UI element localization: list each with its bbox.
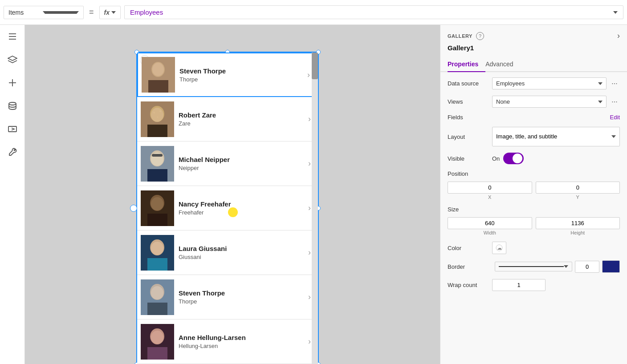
size-height-input[interactable] xyxy=(536,217,620,229)
gallery-item[interactable]: Robert Zare Zare › xyxy=(137,97,318,142)
sidebar-media-icon[interactable] xyxy=(5,122,20,136)
formula-bar[interactable]: Employees xyxy=(124,5,623,19)
data-source-more-button[interactable]: ··· xyxy=(609,78,620,89)
prop-layout: Layout Image, title, and subtitle xyxy=(448,127,620,146)
gallery-item-name: Anne Hellung-Larsen xyxy=(179,334,304,341)
main-area: ✏ Steven Thorpe Thorpe xyxy=(0,25,627,364)
gallery-item[interactable]: Laura Giussani Giussani › xyxy=(137,231,318,275)
photo-michael xyxy=(141,146,174,182)
items-dropdown[interactable]: Items xyxy=(4,6,84,19)
fields-label: Fields xyxy=(448,114,492,121)
gallery-item-subtitle: Zare xyxy=(179,120,304,127)
tab-properties[interactable]: Properties xyxy=(448,57,485,72)
fx-button[interactable]: fx xyxy=(99,6,121,19)
prop-wrap-count: Wrap count xyxy=(448,279,620,291)
scroll-track[interactable] xyxy=(312,53,318,364)
svg-point-39 xyxy=(151,286,163,299)
pos-x-group: X xyxy=(448,182,532,200)
layout-dropdown[interactable]: Image, title, and subtitle xyxy=(492,127,620,146)
wrap-count-input[interactable] xyxy=(492,279,546,291)
wrap-count-label: Wrap count xyxy=(448,282,492,288)
layout-label: Layout xyxy=(448,133,492,140)
left-sidebar xyxy=(0,25,25,364)
gallery-item[interactable]: ✏ Steven Thorpe Thorpe xyxy=(137,53,318,97)
gallery-item-name: Steven Thorpe xyxy=(179,289,304,297)
data-source-dropdown[interactable]: Employees xyxy=(492,77,607,89)
equals-sign: = xyxy=(87,8,96,17)
handle-mid-left[interactable] xyxy=(130,205,137,212)
scroll-thumb[interactable] xyxy=(312,53,318,79)
gallery-item-name: Nancy Freehafer xyxy=(179,200,304,208)
svg-rect-24 xyxy=(152,154,163,157)
panel-help-icon[interactable]: ? xyxy=(476,32,484,40)
svg-rect-17 xyxy=(147,125,167,137)
size-h-label: Height xyxy=(536,230,620,235)
svg-point-20 xyxy=(157,116,159,117)
prop-visible: Visible On xyxy=(448,153,620,164)
svg-point-10 xyxy=(152,63,164,76)
gallery-item[interactable]: Anne Hellung-Larsen Hellung-Larsen › xyxy=(137,320,318,364)
layout-chevron-icon xyxy=(611,135,616,138)
size-label: Size xyxy=(448,206,620,213)
svg-point-15 xyxy=(151,108,163,122)
top-bar: Items = fx Employees xyxy=(0,0,627,25)
views-label: Views xyxy=(448,98,492,105)
photo-robert xyxy=(141,101,174,137)
prop-fields: Fields Edit xyxy=(448,114,620,121)
position-label: Position xyxy=(448,170,620,177)
size-h-group: Height xyxy=(536,217,620,235)
panel-expand-icon[interactable]: › xyxy=(617,31,620,40)
gallery-widget[interactable]: ✏ Steven Thorpe Thorpe xyxy=(136,52,319,364)
visible-on-text: On xyxy=(492,155,500,162)
gallery-item[interactable]: Michael Neipper Neipper › xyxy=(137,142,318,186)
photo-steven2 xyxy=(141,279,174,315)
size-width-input[interactable] xyxy=(448,217,532,229)
svg-point-44 xyxy=(151,331,163,344)
fx-chevron-icon xyxy=(111,11,116,14)
views-more-button[interactable]: ··· xyxy=(609,97,620,107)
color-swatch[interactable]: ☁ xyxy=(492,242,506,254)
gallery-list: ✏ Steven Thorpe Thorpe xyxy=(137,53,318,364)
visible-toggle[interactable] xyxy=(503,153,524,164)
svg-point-34 xyxy=(151,242,163,255)
border-label: Border xyxy=(448,263,492,270)
svg-point-6 xyxy=(9,102,16,105)
border-line-dropdown[interactable] xyxy=(495,262,572,271)
gallery-item-name: Laura Giussani xyxy=(179,245,304,252)
toggle-knob xyxy=(513,154,522,163)
gallery-item[interactable]: Nancy Freehafer Freehafer › xyxy=(137,186,318,231)
svg-text:☁: ☁ xyxy=(497,245,502,251)
pos-y-input[interactable] xyxy=(536,182,620,194)
svg-marker-3 xyxy=(8,56,17,61)
svg-rect-31 xyxy=(147,214,167,226)
sidebar-layers-icon[interactable] xyxy=(5,53,20,67)
views-dropdown[interactable]: None xyxy=(492,96,607,108)
gallery-item-info: Robert Zare Zare xyxy=(174,111,308,127)
sidebar-add-icon[interactable] xyxy=(5,76,20,90)
formula-text: Employees xyxy=(130,8,163,16)
fields-edit-link[interactable]: Edit xyxy=(610,114,620,121)
sidebar-tools-icon[interactable] xyxy=(5,145,20,159)
border-line-chevron-icon xyxy=(564,265,568,268)
border-width-input[interactable] xyxy=(575,261,599,273)
border-color-swatch[interactable] xyxy=(602,260,620,273)
pos-x-input[interactable] xyxy=(448,182,532,194)
visible-label: Visible xyxy=(448,155,492,162)
tab-advanced[interactable]: Advanced xyxy=(485,57,520,72)
svg-point-18 xyxy=(153,112,155,113)
size-w-label: Width xyxy=(448,230,532,235)
canvas-area[interactable]: ✏ Steven Thorpe Thorpe xyxy=(25,25,440,364)
sidebar-database-icon[interactable] xyxy=(5,99,20,113)
gallery-item-info: Michael Neipper Neipper xyxy=(174,156,308,171)
gallery-item[interactable]: Steven Thorpe Thorpe › xyxy=(137,275,318,320)
gallery-item-name: Steven Thorpe xyxy=(179,67,303,75)
fields-value: Edit xyxy=(492,114,620,121)
sidebar-menu-icon[interactable] xyxy=(5,29,20,44)
color-label: Color xyxy=(448,245,492,251)
prop-views: Views None ··· xyxy=(448,96,620,108)
gallery-item-info: Steven Thorpe Thorpe xyxy=(175,67,307,83)
gallery-item-info: Steven Thorpe Thorpe xyxy=(174,289,308,305)
svg-rect-26 xyxy=(147,169,167,182)
fx-label: fx xyxy=(104,9,110,16)
svg-rect-46 xyxy=(147,347,167,360)
